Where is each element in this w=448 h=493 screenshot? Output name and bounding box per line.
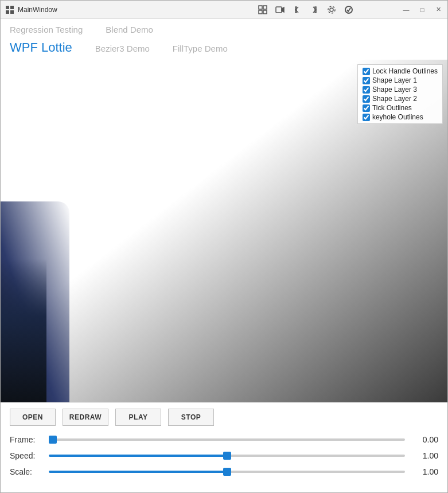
frame-slider-row: Frame: 0.00 bbox=[10, 435, 438, 444]
frame-slider[interactable] bbox=[49, 438, 405, 441]
checkbox-shape-layer3-label[interactable]: Shape Layer 3 bbox=[372, 86, 417, 94]
svg-rect-1 bbox=[10, 6, 14, 9]
nav-wpf-lottie[interactable]: WPF Lottie bbox=[10, 40, 72, 55]
svg-point-13 bbox=[328, 6, 335, 13]
frame-label: Frame: bbox=[10, 435, 44, 444]
svg-marker-9 bbox=[282, 7, 284, 12]
action-buttons: OPEN REDRAW PLAY STOP bbox=[10, 409, 438, 426]
checkbox-panel: Lock Handle Outlines Shape Layer 1 Shape… bbox=[357, 64, 443, 124]
scale-label: Scale: bbox=[10, 467, 44, 476]
window-title: MainWindow bbox=[18, 6, 210, 14]
checkbox-shape-layer2[interactable] bbox=[363, 95, 370, 103]
checkbox-row-shape-layer3: Shape Layer 3 bbox=[363, 86, 438, 94]
nav-bezier3-demo[interactable]: Bezier3 Demo bbox=[95, 44, 150, 53]
svg-rect-6 bbox=[259, 10, 262, 14]
stop-button[interactable]: STOP bbox=[168, 409, 214, 426]
settings-icon-btn[interactable] bbox=[325, 3, 338, 17]
speed-value: 1.00 bbox=[410, 451, 438, 460]
maximize-button[interactable]: □ bbox=[418, 5, 427, 14]
svg-rect-2 bbox=[6, 10, 9, 14]
animation-bg-dark bbox=[1, 259, 46, 402]
checkbox-tick-outlines-label[interactable]: Tick Outlines bbox=[372, 104, 412, 112]
svg-rect-3 bbox=[10, 10, 14, 14]
nav-filltype-demo[interactable]: FillType Demo bbox=[173, 44, 228, 53]
svg-rect-7 bbox=[263, 10, 267, 14]
nav-blend-demo[interactable]: Blend Demo bbox=[106, 25, 153, 34]
checkbox-row-shape-layer2: Shape Layer 2 bbox=[363, 95, 438, 103]
svg-point-12 bbox=[330, 8, 333, 11]
checkbox-shape-layer2-label[interactable]: Shape Layer 2 bbox=[372, 95, 417, 103]
nav-row2: WPF Lottie Bezier3 Demo FillType Demo bbox=[1, 39, 447, 60]
minimize-button[interactable]: — bbox=[402, 5, 411, 14]
play-button[interactable]: PLAY bbox=[115, 409, 161, 426]
checkbox-tick-outlines[interactable] bbox=[363, 104, 370, 112]
redraw-button[interactable]: REDRAW bbox=[63, 409, 108, 426]
nav-regression-testing[interactable]: Regression Testing bbox=[10, 25, 83, 34]
svg-rect-8 bbox=[276, 7, 282, 13]
bottom-controls: OPEN REDRAW PLAY STOP Frame: 0.00 Speed:… bbox=[1, 402, 447, 492]
check-icon-btn[interactable] bbox=[342, 3, 356, 17]
scale-slider-row: Scale: 1.00 bbox=[10, 467, 438, 476]
speed-slider[interactable] bbox=[49, 455, 405, 457]
checkbox-shape-layer3[interactable] bbox=[363, 86, 370, 94]
main-window: MainWindow bbox=[0, 0, 448, 493]
toolbar bbox=[210, 3, 402, 17]
checkbox-lock-handle-label[interactable]: Lock Handle Outlines bbox=[372, 67, 438, 75]
title-bar: MainWindow bbox=[1, 1, 447, 19]
video-icon-btn[interactable] bbox=[273, 3, 287, 17]
back-icon-btn[interactable] bbox=[290, 3, 304, 17]
window-controls: — □ ✕ bbox=[402, 5, 443, 14]
checkbox-lock-handle[interactable] bbox=[363, 68, 370, 75]
forward-icon-btn[interactable] bbox=[307, 3, 321, 17]
checkbox-row-lock-handle: Lock Handle Outlines bbox=[363, 67, 438, 75]
nav-row1: Regression Testing Blend Demo bbox=[1, 19, 447, 39]
checkbox-keyhole-outlines-label[interactable]: keyhole Outlines bbox=[372, 113, 423, 121]
scale-value: 1.00 bbox=[410, 467, 438, 476]
checkbox-keyhole-outlines[interactable] bbox=[363, 114, 370, 121]
svg-rect-4 bbox=[259, 6, 262, 9]
grid-icon-btn[interactable] bbox=[256, 3, 270, 17]
scale-slider[interactable] bbox=[49, 471, 405, 473]
speed-label: Speed: bbox=[10, 451, 44, 460]
checkbox-row-shape-layer1: Shape Layer 1 bbox=[363, 76, 438, 84]
open-button[interactable]: OPEN bbox=[10, 409, 56, 426]
svg-rect-0 bbox=[6, 6, 9, 9]
frame-value: 0.00 bbox=[410, 435, 438, 444]
content-area: Lock Handle Outlines Shape Layer 1 Shape… bbox=[1, 60, 447, 402]
speed-slider-row: Speed: 1.00 bbox=[10, 451, 438, 460]
window-icon bbox=[5, 5, 14, 14]
checkbox-row-tick-outlines: Tick Outlines bbox=[363, 104, 438, 112]
svg-rect-5 bbox=[263, 6, 267, 9]
close-button[interactable]: ✕ bbox=[434, 5, 443, 14]
checkbox-shape-layer1-label[interactable]: Shape Layer 1 bbox=[372, 76, 417, 84]
checkbox-row-keyhole-outlines: keyhole Outlines bbox=[363, 113, 438, 121]
checkbox-shape-layer1[interactable] bbox=[363, 77, 370, 84]
